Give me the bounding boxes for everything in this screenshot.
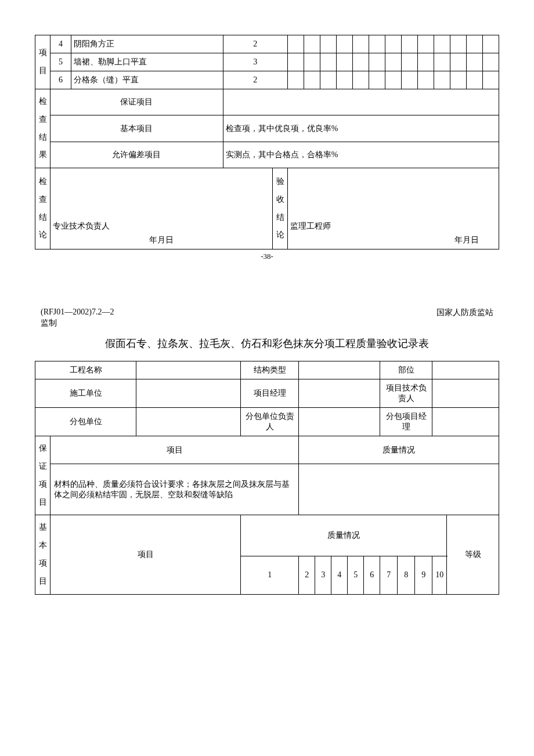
cell (369, 53, 385, 71)
num-col: 7 (380, 556, 398, 594)
guarantee-value (223, 89, 499, 115)
num-col: 8 (398, 556, 415, 594)
cell (369, 71, 385, 89)
label-tech-leader: 项目技术负责人 (380, 379, 432, 408)
cell (483, 53, 499, 71)
cell (450, 53, 467, 71)
cell (385, 53, 402, 71)
check-result-vlabel: 检查结果 (35, 89, 50, 168)
num-col: 9 (415, 556, 432, 594)
cell (385, 71, 402, 89)
num-col: 2 (299, 556, 315, 594)
cell (402, 53, 418, 71)
num-col: 5 (348, 556, 364, 594)
value-construction-unit (136, 379, 241, 408)
label-position: 部位 (380, 361, 432, 379)
cell (337, 53, 353, 71)
doc-code: (RFJ01—2002)7.2—2 (41, 308, 114, 318)
guarantee-vlabel: 保证项目 (35, 436, 50, 515)
row-tol: 2 (223, 35, 287, 53)
label-subcontract-leader: 分包单位负责人 (241, 408, 299, 436)
cell (434, 71, 450, 89)
page-number: -38- (35, 252, 499, 261)
value-subcontract-unit (136, 408, 241, 436)
item-header: 项目 (50, 515, 241, 594)
issuer-line2: 监制 (41, 318, 493, 328)
form-title: 假面石专、拉条灰、拉毛灰、仿石和彩色抹灰分项工程质量验收记录表 (35, 337, 499, 350)
row-name: 分格条（缝）平直 (71, 71, 223, 89)
item-header: 项目 (50, 436, 299, 464)
cell (320, 53, 337, 71)
supervisor-label: 监理工程师 (290, 221, 496, 231)
basic-label: 基本项目 (50, 115, 223, 142)
cell (467, 71, 483, 89)
value-structure-type (299, 361, 380, 379)
num-col: 1 (241, 556, 299, 594)
row-tol: 2 (223, 71, 287, 89)
cell (418, 71, 434, 89)
cell (320, 71, 337, 89)
cell (467, 35, 483, 53)
row-name: 墙裙、勒脚上口平直 (71, 53, 223, 71)
row-name: 阴阳角方正 (71, 35, 223, 53)
num-col: 6 (364, 556, 380, 594)
cell (337, 35, 353, 53)
cell (434, 35, 450, 53)
deviation-text: 实测点，其中合格点，合格率% (223, 142, 499, 168)
tech-leader-cell: 专业技术负责人 年月日 (50, 168, 273, 249)
inspect-conclusion-vlabel: 检查结论 (35, 168, 50, 249)
date-label: 年月日 (290, 235, 496, 245)
cell (402, 71, 418, 89)
num-col: 10 (432, 556, 447, 594)
basic-vlabel: 基本项目 (35, 515, 50, 594)
quality-header: 质量情况 (299, 436, 499, 464)
cell (418, 53, 434, 71)
guarantee-label: 保证项目 (50, 89, 223, 115)
value-subcontract-pm (432, 408, 499, 436)
cell (385, 35, 402, 53)
cell (434, 53, 450, 71)
value-subcontract-leader (299, 408, 380, 436)
cell (418, 35, 434, 53)
label-subcontract-pm: 分包项目经理 (380, 408, 432, 436)
grade-header: 等级 (447, 515, 499, 594)
value-project-manager (299, 379, 380, 408)
supervisor-cell: 监理工程师 年月日 (288, 168, 499, 249)
cell (288, 53, 304, 71)
cell (353, 53, 369, 71)
cell (450, 35, 467, 53)
cell (467, 53, 483, 71)
label-project-name: 工程名称 (35, 361, 136, 379)
cell (353, 35, 369, 53)
num-col: 4 (331, 556, 348, 594)
tech-leader-label: 专业技术负责人 (53, 221, 270, 231)
label-project-manager: 项目经理 (241, 379, 299, 408)
accept-conclusion-vlabel: 验收结论 (273, 168, 288, 249)
cell (369, 35, 385, 53)
cell (353, 71, 369, 89)
issuer: 国家人防质监站 (436, 308, 493, 318)
guarantee-quality-value (299, 464, 499, 515)
top-inspection-table: 项目 4 阴阳角方正 2 5 墙裙、勒脚上口平直 3 6 分格条（缝）平直 2 … (35, 35, 499, 249)
value-tech-leader (432, 379, 499, 408)
cell (337, 71, 353, 89)
date-label: 年月日 (53, 235, 270, 245)
row-num: 5 (50, 53, 71, 71)
row-tol: 3 (223, 53, 287, 71)
deviation-label: 允许偏差项目 (50, 142, 223, 168)
label-subcontract-unit: 分包单位 (35, 408, 136, 436)
cell (483, 71, 499, 89)
value-project-name (136, 361, 241, 379)
cell (450, 71, 467, 89)
cell (288, 71, 304, 89)
cell (402, 35, 418, 53)
cell (304, 71, 320, 89)
doc-header: (RFJ01—2002)7.2—2 国家人防质监站 监制 (35, 308, 499, 328)
basic-text: 检查项，其中优良项，优良率% (223, 115, 499, 142)
quality-header: 质量情况 (241, 515, 447, 556)
cell (320, 35, 337, 53)
row-num: 4 (50, 35, 71, 53)
acceptance-record-table: 工程名称 结构类型 部位 施工单位 项目经理 项目技术负责人 分包单位 分包单位… (35, 361, 499, 594)
label-construction-unit: 施工单位 (35, 379, 136, 408)
cell (288, 35, 304, 53)
